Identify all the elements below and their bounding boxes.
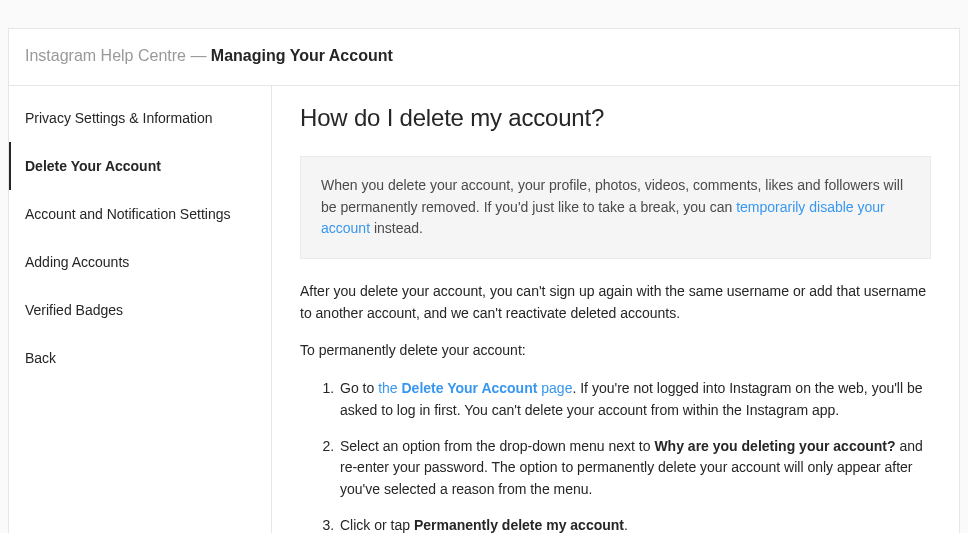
- step-text: Click or tap: [340, 517, 414, 533]
- sidebar-item-label: Verified Badges: [25, 302, 123, 318]
- sidebar-item-verified-badges[interactable]: Verified Badges: [9, 286, 271, 334]
- callout-text-post: instead.: [370, 220, 423, 236]
- step-2: Select an option from the drop-down menu…: [338, 436, 931, 501]
- step-3: Click or tap Permanently delete my accou…: [338, 515, 931, 533]
- step-bold: Why are you deleting your account?: [654, 438, 895, 454]
- page-title: How do I delete my account?: [300, 104, 931, 132]
- sidebar-item-back[interactable]: Back: [9, 334, 271, 382]
- step-text: Go to: [340, 380, 378, 396]
- sidebar-item-privacy-settings[interactable]: Privacy Settings & Information: [9, 94, 271, 142]
- main-content: How do I delete my account? When you del…: [272, 86, 959, 533]
- breadcrumb-prefix: Instagram Help Centre —: [25, 47, 211, 64]
- sidebar-item-label: Delete Your Account: [25, 158, 161, 174]
- step-bold: Permanently delete my account: [414, 517, 624, 533]
- breadcrumb-current: Managing Your Account: [211, 47, 393, 64]
- sidebar-item-adding-accounts[interactable]: Adding Accounts: [9, 238, 271, 286]
- sidebar-item-label: Back: [25, 350, 56, 366]
- sidebar: Privacy Settings & Information Delete Yo…: [9, 86, 272, 533]
- steps-list: Go to the Delete Your Account page. If y…: [300, 378, 931, 533]
- paragraph-2: To permanently delete your account:: [300, 340, 931, 362]
- step-text: Select an option from the drop-down menu…: [340, 438, 654, 454]
- sidebar-item-label: Privacy Settings & Information: [25, 110, 213, 126]
- sidebar-item-account-notification[interactable]: Account and Notification Settings: [9, 190, 271, 238]
- sidebar-item-label: Adding Accounts: [25, 254, 129, 270]
- sidebar-item-label: Account and Notification Settings: [25, 206, 230, 222]
- breadcrumb: Instagram Help Centre — Managing Your Ac…: [9, 29, 959, 86]
- delete-account-page-link[interactable]: the Delete Your Account page: [378, 380, 572, 396]
- step-text: .: [624, 517, 628, 533]
- step-1: Go to the Delete Your Account page. If y…: [338, 378, 931, 421]
- callout-box: When you delete your account, your profi…: [300, 156, 931, 259]
- sidebar-item-delete-account[interactable]: Delete Your Account: [9, 142, 271, 190]
- paragraph-1: After you delete your account, you can't…: [300, 281, 931, 324]
